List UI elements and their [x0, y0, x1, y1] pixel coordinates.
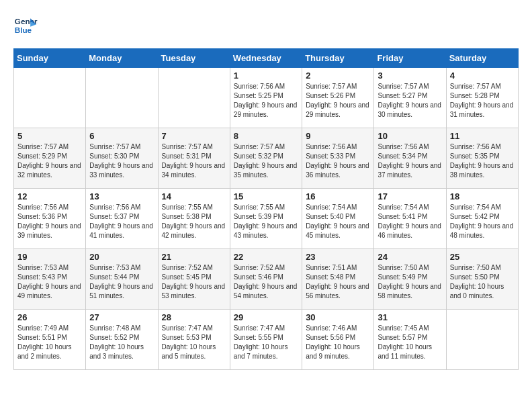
calendar-cell: 5Sunrise: 7:57 AM Sunset: 5:29 PM Daylig… — [14, 128, 86, 189]
cell-info: Sunrise: 7:56 AM Sunset: 5:37 PM Dayligh… — [89, 203, 154, 240]
page-header: General Blue — [13, 13, 519, 38]
cell-info: Sunrise: 7:47 AM Sunset: 5:53 PM Dayligh… — [162, 324, 226, 361]
day-header-friday: Friday — [374, 49, 446, 68]
calendar-cell — [14, 68, 86, 128]
logo-icon: General Blue — [13, 13, 38, 38]
calendar-cell: 14Sunrise: 7:55 AM Sunset: 5:38 PM Dayli… — [158, 189, 230, 249]
calendar-cell: 19Sunrise: 7:53 AM Sunset: 5:43 PM Dayli… — [14, 249, 86, 310]
cell-info: Sunrise: 7:56 AM Sunset: 5:25 PM Dayligh… — [234, 82, 298, 120]
day-header-saturday: Saturday — [446, 49, 518, 68]
day-header-sunday: Sunday — [14, 49, 86, 68]
logo: General Blue — [13, 13, 38, 38]
calendar-cell: 4Sunrise: 7:57 AM Sunset: 5:28 PM Daylig… — [446, 68, 518, 128]
day-number: 5 — [17, 131, 82, 141]
day-number: 14 — [162, 191, 226, 201]
day-header-wednesday: Wednesday — [230, 49, 302, 68]
calendar-cell: 24Sunrise: 7:50 AM Sunset: 5:49 PM Dayli… — [374, 249, 446, 310]
cell-info: Sunrise: 7:54 AM Sunset: 5:40 PM Dayligh… — [306, 203, 370, 240]
day-number: 29 — [234, 312, 298, 322]
calendar-cell: 3Sunrise: 7:57 AM Sunset: 5:27 PM Daylig… — [374, 68, 446, 128]
day-number: 31 — [378, 312, 442, 322]
calendar-cell: 15Sunrise: 7:55 AM Sunset: 5:39 PM Dayli… — [230, 189, 302, 249]
day-number: 22 — [234, 252, 298, 262]
day-header-tuesday: Tuesday — [158, 49, 230, 68]
day-header-monday: Monday — [86, 49, 158, 68]
cell-info: Sunrise: 7:54 AM Sunset: 5:42 PM Dayligh… — [450, 203, 515, 240]
calendar-cell: 1Sunrise: 7:56 AM Sunset: 5:25 PM Daylig… — [230, 68, 302, 128]
calendar-cell: 21Sunrise: 7:52 AM Sunset: 5:45 PM Dayli… — [158, 249, 230, 310]
day-header-thursday: Thursday — [302, 49, 374, 68]
calendar-cell: 23Sunrise: 7:51 AM Sunset: 5:48 PM Dayli… — [302, 249, 374, 310]
day-number: 13 — [89, 191, 154, 201]
calendar-cell: 17Sunrise: 7:54 AM Sunset: 5:41 PM Dayli… — [374, 189, 446, 249]
day-number: 15 — [234, 191, 298, 201]
cell-info: Sunrise: 7:45 AM Sunset: 5:57 PM Dayligh… — [378, 324, 442, 361]
cell-info: Sunrise: 7:54 AM Sunset: 5:41 PM Dayligh… — [378, 203, 442, 240]
cell-info: Sunrise: 7:57 AM Sunset: 5:31 PM Dayligh… — [162, 142, 226, 180]
calendar-cell: 26Sunrise: 7:49 AM Sunset: 5:51 PM Dayli… — [14, 310, 86, 370]
calendar-cell: 2Sunrise: 7:57 AM Sunset: 5:26 PM Daylig… — [302, 68, 374, 128]
calendar-cell: 16Sunrise: 7:54 AM Sunset: 5:40 PM Dayli… — [302, 189, 374, 249]
day-number: 19 — [17, 252, 82, 262]
cell-info: Sunrise: 7:49 AM Sunset: 5:51 PM Dayligh… — [17, 324, 82, 361]
day-number: 30 — [306, 312, 370, 322]
cell-info: Sunrise: 7:55 AM Sunset: 5:38 PM Dayligh… — [162, 203, 226, 240]
day-number: 21 — [162, 252, 226, 262]
calendar-cell: 27Sunrise: 7:48 AM Sunset: 5:52 PM Dayli… — [86, 310, 158, 370]
cell-info: Sunrise: 7:51 AM Sunset: 5:48 PM Dayligh… — [306, 263, 370, 301]
cell-info: Sunrise: 7:48 AM Sunset: 5:52 PM Dayligh… — [89, 324, 154, 361]
cell-info: Sunrise: 7:57 AM Sunset: 5:27 PM Dayligh… — [378, 82, 442, 120]
calendar-cell: 13Sunrise: 7:56 AM Sunset: 5:37 PM Dayli… — [86, 189, 158, 249]
calendar-table: SundayMondayTuesdayWednesdayThursdayFrid… — [13, 48, 519, 370]
day-number: 16 — [306, 191, 370, 201]
cell-info: Sunrise: 7:57 AM Sunset: 5:29 PM Dayligh… — [17, 142, 82, 180]
cell-info: Sunrise: 7:47 AM Sunset: 5:55 PM Dayligh… — [234, 324, 298, 361]
calendar-cell: 11Sunrise: 7:56 AM Sunset: 5:35 PM Dayli… — [446, 128, 518, 189]
calendar-cell: 8Sunrise: 7:57 AM Sunset: 5:32 PM Daylig… — [230, 128, 302, 189]
day-number: 1 — [234, 71, 298, 81]
calendar-cell — [158, 68, 230, 128]
cell-info: Sunrise: 7:56 AM Sunset: 5:34 PM Dayligh… — [378, 142, 442, 180]
cell-info: Sunrise: 7:52 AM Sunset: 5:45 PM Dayligh… — [162, 263, 226, 301]
day-number: 7 — [162, 131, 226, 141]
cell-info: Sunrise: 7:57 AM Sunset: 5:28 PM Dayligh… — [450, 82, 515, 120]
calendar-cell — [86, 68, 158, 128]
svg-text:Blue: Blue — [15, 26, 32, 34]
cell-info: Sunrise: 7:46 AM Sunset: 5:56 PM Dayligh… — [306, 324, 370, 361]
day-number: 17 — [378, 191, 442, 201]
calendar-cell: 31Sunrise: 7:45 AM Sunset: 5:57 PM Dayli… — [374, 310, 446, 370]
day-number: 12 — [17, 191, 82, 201]
calendar-cell: 30Sunrise: 7:46 AM Sunset: 5:56 PM Dayli… — [302, 310, 374, 370]
day-number: 18 — [450, 191, 515, 201]
cell-info: Sunrise: 7:56 AM Sunset: 5:35 PM Dayligh… — [450, 142, 515, 180]
calendar-cell: 20Sunrise: 7:53 AM Sunset: 5:44 PM Dayli… — [86, 249, 158, 310]
day-number: 20 — [89, 252, 154, 262]
cell-info: Sunrise: 7:56 AM Sunset: 5:36 PM Dayligh… — [17, 203, 82, 240]
cell-info: Sunrise: 7:50 AM Sunset: 5:50 PM Dayligh… — [450, 263, 515, 301]
calendar-cell: 9Sunrise: 7:56 AM Sunset: 5:33 PM Daylig… — [302, 128, 374, 189]
day-number: 10 — [378, 131, 442, 141]
cell-info: Sunrise: 7:56 AM Sunset: 5:33 PM Dayligh… — [306, 142, 370, 180]
calendar-cell — [446, 310, 518, 370]
day-number: 6 — [89, 131, 154, 141]
calendar-cell: 10Sunrise: 7:56 AM Sunset: 5:34 PM Dayli… — [374, 128, 446, 189]
calendar-cell: 7Sunrise: 7:57 AM Sunset: 5:31 PM Daylig… — [158, 128, 230, 189]
cell-info: Sunrise: 7:57 AM Sunset: 5:32 PM Dayligh… — [234, 142, 298, 180]
day-number: 26 — [17, 312, 82, 322]
day-number: 23 — [306, 252, 370, 262]
calendar-cell: 6Sunrise: 7:57 AM Sunset: 5:30 PM Daylig… — [86, 128, 158, 189]
day-number: 4 — [450, 71, 515, 81]
cell-info: Sunrise: 7:55 AM Sunset: 5:39 PM Dayligh… — [234, 203, 298, 240]
day-number: 11 — [450, 131, 515, 141]
day-number: 3 — [378, 71, 442, 81]
cell-info: Sunrise: 7:57 AM Sunset: 5:30 PM Dayligh… — [89, 142, 154, 180]
cell-info: Sunrise: 7:57 AM Sunset: 5:26 PM Dayligh… — [306, 82, 370, 120]
cell-info: Sunrise: 7:50 AM Sunset: 5:49 PM Dayligh… — [378, 263, 442, 301]
cell-info: Sunrise: 7:52 AM Sunset: 5:46 PM Dayligh… — [234, 263, 298, 301]
day-number: 28 — [162, 312, 226, 322]
calendar-cell: 22Sunrise: 7:52 AM Sunset: 5:46 PM Dayli… — [230, 249, 302, 310]
calendar-cell: 12Sunrise: 7:56 AM Sunset: 5:36 PM Dayli… — [14, 189, 86, 249]
day-number: 25 — [450, 252, 515, 262]
calendar-cell: 29Sunrise: 7:47 AM Sunset: 5:55 PM Dayli… — [230, 310, 302, 370]
day-number: 8 — [234, 131, 298, 141]
